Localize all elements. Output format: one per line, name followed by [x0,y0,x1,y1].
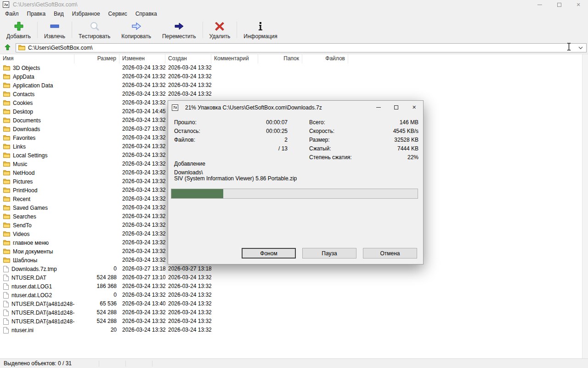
menu-item[interactable]: Правка [23,11,50,17]
cell-size [74,168,119,177]
file-name: NTUSER.DAT{a481d248-... [11,318,74,325]
toolbar-test-button[interactable]: Тестировать [73,18,116,41]
menu-item[interactable]: Вид [50,11,68,17]
stat-label: Степень сжатия: [309,153,352,162]
minimize-button[interactable] [530,0,549,9]
cell-size [74,238,119,247]
table-row[interactable]: NTUSER.DAT{a481d248-...524 2882026-03-24… [0,308,582,317]
cell-name: Searches [0,212,74,221]
status-bar: Выделено объектов: 0 / 31 [0,358,588,368]
cell-name: Videos [0,230,74,238]
title-bar[interactable]: 7z C:\Users\GetSoftBox.com\ ✕ [0,0,588,9]
dialog-minimize-button[interactable] [369,101,387,114]
cell-created: 2026-03-24 13:32 [165,326,211,334]
cancel-button[interactable]: Отмена [363,248,417,259]
toolbar-info-button[interactable]: Информация [238,18,283,41]
cell-name: Links [0,142,74,151]
pause-button[interactable]: Пауза [302,248,356,259]
folder-icon [3,213,10,219]
folder-icon [3,152,10,158]
stat-label: Размер: [309,136,330,144]
folder-icon [3,205,10,211]
file-icon [3,318,9,325]
column-header[interactable]: Папок [258,54,302,63]
table-row[interactable]: NTUSER.DAT{a481d248-...524 2882026-03-24… [0,317,582,326]
cell-name: NTUSER.DAT{a481d248-... [0,308,74,317]
menu-bar: ФайлПравкаВидИзбранноеСервисСправка [0,9,588,18]
folder-icon [18,45,25,51]
file-icon [3,292,9,299]
cell-name: Downloads.7z.tmp [0,264,74,273]
file-name: NTUSER.DAT{a481d248-... [11,310,74,316]
toolbar-move-button[interactable]: Переместить [157,18,202,41]
folder-icon [3,248,10,254]
cell-modified: 2026-03-24 13:32 [119,177,165,186]
maximize-button[interactable] [549,0,569,9]
file-name: главное меню [13,240,49,246]
address-combo[interactable]: C:\Users\GetSoftBox.com\ [16,43,587,52]
menu-item[interactable]: Файл [1,11,23,17]
stat-value: 32528 KB [394,136,418,144]
cell-size [74,107,119,116]
table-row[interactable]: Contacts2026-03-24 13:322026-03-24 13:32 [0,90,582,98]
cell-created: 2026-03-24 13:32 [165,317,211,326]
menu-item[interactable]: Сервис [104,11,131,17]
cell-modified: 2026-03-24 13:32 [119,81,165,90]
file-name: NTUSER.DAT{a481d248-... [11,301,74,307]
extract-icon [50,21,60,32]
column-header[interactable]: Размер [74,54,119,63]
file-name: Pictures [13,178,33,185]
dialog-title-bar[interactable]: 7z 21% Упаковка C:\Users\GetSoftBox.com\… [168,101,423,114]
cell-size [74,125,119,133]
column-header[interactable]: Комментарий [211,54,258,63]
address-dropdown-button[interactable] [577,46,584,49]
parent-folder-button[interactable] [3,43,12,52]
cell-size [74,221,119,230]
table-row[interactable]: NTUSER.DAT524 2882026-03-27 13:102026-03… [0,273,582,282]
column-header[interactable]: Создан [165,54,211,63]
toolbar-extract-button[interactable]: Извлечь [39,18,71,41]
stat-value: 7444 KB [397,144,418,153]
column-header[interactable]: Изменен [119,54,165,63]
stat-line: Степень сжатия:22% [309,153,418,162]
stat-line: Размер:32528 KB [309,136,418,144]
table-row[interactable]: ntuser.dat.LOG1186 3682026-03-24 13:3220… [0,282,582,291]
toolbar-copy-button[interactable]: Копировать [116,18,157,41]
dialog-close-button[interactable]: ✕ [405,101,423,114]
background-button[interactable]: Фоном [242,248,296,259]
table-row[interactable]: 3D Objects2026-03-24 13:322026-03-24 13:… [0,63,582,72]
menu-item[interactable]: Справка [131,11,161,17]
cell-created: 2026-03-24 13:32 [165,273,211,282]
dialog-maximize-button[interactable] [387,101,405,114]
minimize-icon [376,107,381,108]
table-row[interactable]: AppData2026-03-24 13:322026-03-24 13:32 [0,72,582,81]
column-header[interactable]: Имя [0,54,74,63]
table-row[interactable]: ntuser.dat.LOG202026-03-24 13:322026-03-… [0,291,582,299]
cell-size [74,160,119,168]
toolbar-delete-button[interactable]: Удалить [204,18,236,41]
column-header[interactable]: Файлов [302,54,348,63]
folder-icon [3,144,10,150]
cell-modified: 2026-03-24 13:32 [119,160,165,168]
cell-modified: 2026-03-24 13:32 [119,116,165,125]
cell-created: 2026-03-24 13:32 [165,90,211,98]
table-row[interactable]: NTUSER.DAT{a481d248-...65 5362026-03-24 … [0,299,582,308]
toolbar-add-button[interactable]: Добавить [1,18,36,41]
table-row[interactable]: Downloads.7z.tmp02026-03-27 13:182026-03… [0,264,582,273]
app-icon-7zip: 7z [3,1,9,8]
cell-name: Saved Games [0,203,74,212]
cell-modified: 2026-03-24 13:32 [119,308,165,317]
vertical-scrollbar[interactable] [582,54,588,358]
toolbar-label: Удалить [209,33,231,40]
folder-icon [3,74,10,80]
menu-item[interactable]: Избранное [68,11,104,17]
file-name: AppData [13,74,34,80]
toolbar-separator [203,22,203,38]
cell-size: 524 288 [74,317,119,326]
table-row[interactable]: ntuser.ini202026-03-24 13:322026-03-24 1… [0,326,582,334]
table-row[interactable]: Application Data2026-03-24 13:322026-03-… [0,81,582,90]
stat-label: Скорость: [309,127,334,136]
close-button[interactable]: ✕ [569,0,588,9]
file-name: SendTo [13,222,32,229]
folder-icon [3,196,10,202]
